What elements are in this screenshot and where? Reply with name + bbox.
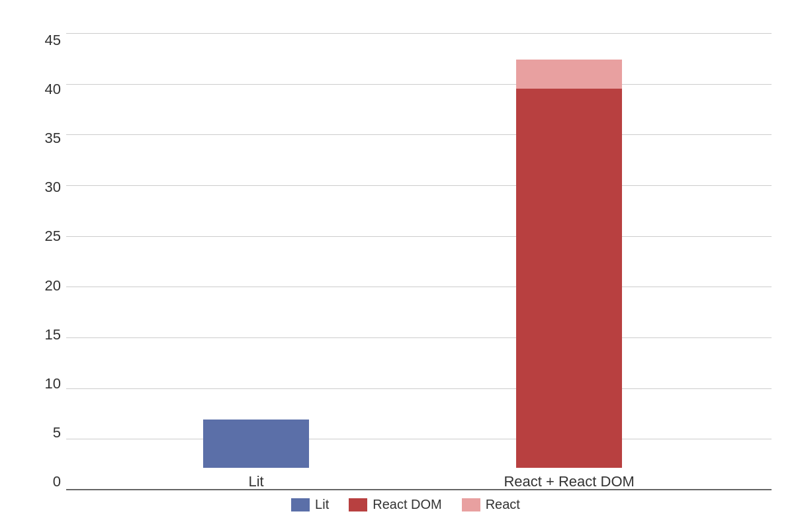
y-tick: 25: [40, 229, 66, 244]
y-tick: 20: [40, 279, 66, 293]
chart-area: 051015202530354045 LitReact + React DOM …: [40, 33, 772, 519]
grid-and-bars: 051015202530354045 LitReact + React DOM: [40, 33, 772, 490]
legend-label: Lit: [315, 497, 329, 512]
y-tick: 35: [40, 131, 66, 146]
legend: LitReact DOMReact: [40, 497, 772, 519]
bar-group: React + React DOM: [504, 60, 634, 490]
chart-plot: LitReact + React DOM: [66, 33, 772, 490]
bar-stack: [516, 60, 622, 468]
bar-segment: [203, 420, 309, 468]
bar-segment: [516, 89, 622, 468]
legend-item: React DOM: [349, 497, 441, 512]
legend-swatch: [291, 498, 310, 511]
legend-item: React: [462, 497, 520, 512]
y-tick: 15: [40, 328, 66, 342]
bar-segment: [516, 60, 622, 89]
legend-swatch: [349, 498, 367, 511]
y-tick: 5: [40, 425, 66, 440]
legend-label: React: [486, 497, 520, 512]
bar-stack: [203, 420, 309, 468]
bar-group-label: React + React DOM: [504, 473, 634, 490]
y-tick: 45: [40, 33, 66, 48]
bar-group: Lit: [203, 420, 309, 490]
legend-item: Lit: [291, 497, 329, 512]
y-tick: 30: [40, 180, 66, 195]
y-axis: 051015202530354045: [40, 33, 66, 490]
bars-row: LitReact + React DOM: [66, 33, 772, 490]
chart-container: 051015202530354045 LitReact + React DOM …: [0, 0, 798, 532]
x-axis-line: [66, 489, 772, 490]
legend-swatch: [462, 498, 480, 511]
bar-group-label: Lit: [249, 473, 264, 490]
legend-label: React DOM: [373, 497, 441, 512]
y-tick: 40: [40, 82, 66, 97]
y-tick: 10: [40, 377, 66, 391]
y-tick: 0: [40, 474, 66, 489]
